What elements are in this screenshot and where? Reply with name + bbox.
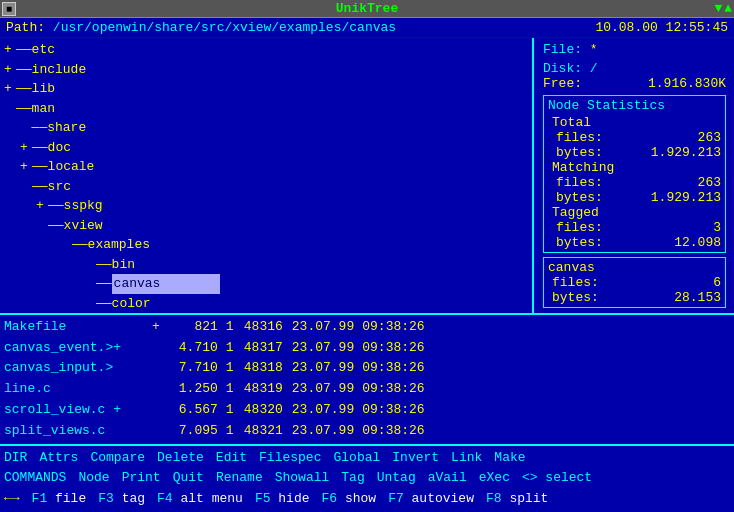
app-title: UnikTree <box>336 1 398 16</box>
matching-bytes-label: bytes: <box>556 190 603 205</box>
canvas-files-value: 6 <box>713 275 721 290</box>
menu-attrs[interactable]: Attrs <box>39 448 78 469</box>
fkey-f4: F4 alt menu <box>157 489 243 510</box>
win-controls-right[interactable]: ▼ ▲ <box>714 1 732 16</box>
total-files-label: files: <box>556 130 603 145</box>
win-control-icon[interactable]: ■ <box>2 2 16 16</box>
total-label: Total <box>552 115 591 130</box>
tree-item[interactable]: + —— locale <box>4 157 528 177</box>
total-bytes-label: bytes: <box>556 145 603 160</box>
tagged-bytes-value: 12.098 <box>674 235 721 250</box>
fkey-f1: F1 file <box>32 489 87 510</box>
menu-global[interactable]: Global <box>333 448 380 469</box>
menu-dir[interactable]: DIR <box>4 448 27 469</box>
tagged-files-label: files: <box>556 220 603 235</box>
menu-quit[interactable]: Quit <box>173 468 204 489</box>
menu-link[interactable]: Link <box>451 448 482 469</box>
path-value: /usr/openwin/share/src/xview/examples/ca… <box>53 20 396 35</box>
disk-free-value: 1.916.830K <box>648 76 726 91</box>
datetime: 10.08.00 12:55:45 <box>595 20 728 35</box>
path-text: Path: /usr/openwin/share/src/xview/examp… <box>6 20 396 35</box>
tree-expand: + <box>4 40 14 60</box>
win-minimize-icon[interactable]: ▼ <box>714 1 722 16</box>
app: ■ UnikTree ▼ ▲ Path: /usr/openwin/share/… <box>0 0 734 512</box>
menu-node[interactable]: Node <box>78 468 109 489</box>
tree-expand: + <box>36 196 46 216</box>
canvas-stats-section: canvas files: 6 bytes: 28.153 <box>543 257 726 308</box>
title-bar: ■ UnikTree ▼ ▲ <box>0 0 734 18</box>
menu-row-3: ←→ F1 file F3 tag F4 alt menu F5 hide F6… <box>4 489 730 510</box>
menu-row-2: COMMANDS Node Print Quit Rename Showall … <box>4 468 730 489</box>
tree-item[interactable]: —— bin <box>4 255 528 275</box>
node-stats-section: Node Statistics Total files: 263 bytes: … <box>543 95 726 253</box>
menu-row-1: DIR Attrs Compare Delete Edit Filespec G… <box>4 448 730 469</box>
menu-showall[interactable]: Showall <box>275 468 330 489</box>
tagged-files-value: 3 <box>713 220 721 235</box>
file-row[interactable]: canvas_event.>+ 4.710 1 48317 23.07.99 0… <box>4 338 730 359</box>
file-tree: + —— etc + —— include + —— lib —— man <box>0 38 534 313</box>
tree-expand: + <box>20 138 30 158</box>
win-controls-left[interactable]: ■ <box>2 2 16 16</box>
canvas-bytes-value: 28.153 <box>674 290 721 305</box>
fkey-f8: F8 split <box>486 489 548 510</box>
file-list: Makefile + 821 1 48316 23.07.99 09:38:26… <box>0 313 734 444</box>
menu-delete[interactable]: Delete <box>157 448 204 469</box>
menu-exec[interactable]: eXec <box>479 468 510 489</box>
path-bar: Path: /usr/openwin/share/src/xview/examp… <box>0 18 734 38</box>
menu-filespec[interactable]: Filespec <box>259 448 321 469</box>
stats-panel: File: * Disk: / Free: 1.916.830K Node St… <box>534 38 734 313</box>
tree-item[interactable]: —— src <box>4 177 528 197</box>
menu-rename[interactable]: Rename <box>216 468 263 489</box>
tagged-bytes-label: bytes: <box>556 235 603 250</box>
matching-files-value: 263 <box>698 175 721 190</box>
bottom-menus: DIR Attrs Compare Delete Edit Filespec G… <box>0 444 734 512</box>
arrow-keys: ←→ <box>4 489 20 510</box>
disk-free-label: Free: <box>543 76 582 91</box>
matching-files-label: files: <box>556 175 603 190</box>
menu-avail[interactable]: aVail <box>428 468 467 489</box>
total-files-value: 263 <box>698 130 721 145</box>
menu-make[interactable]: Make <box>494 448 525 469</box>
tree-item-canvas[interactable]: —— canvas <box>4 274 528 294</box>
tree-item[interactable]: + —— sspkg <box>4 196 528 216</box>
canvas-name: canvas <box>548 260 721 275</box>
file-row[interactable]: Makefile + 821 1 48316 23.07.99 09:38:26 <box>4 317 730 338</box>
file-row[interactable]: split_views.c 7.095 1 48321 23.07.99 09:… <box>4 421 730 442</box>
tree-item[interactable]: + —— doc <box>4 138 528 158</box>
tree-item[interactable]: —— man <box>4 99 528 119</box>
tagged-label: Tagged <box>552 205 599 220</box>
file-row[interactable]: line.c 1.250 1 48319 23.07.99 09:38:26 <box>4 379 730 400</box>
menu-edit[interactable]: Edit <box>216 448 247 469</box>
win-maximize-icon[interactable]: ▲ <box>724 1 732 16</box>
disk-section: Disk: / Free: 1.916.830K <box>543 61 726 91</box>
fkey-f7: F7 autoview <box>388 489 474 510</box>
tree-item[interactable]: + —— lib <box>4 79 528 99</box>
tree-item[interactable]: —— examples <box>4 235 528 255</box>
file-row[interactable]: canvas_input.> 7.710 1 48318 23.07.99 09… <box>4 358 730 379</box>
node-stats-header: Node Statistics <box>548 98 721 113</box>
menu-tag[interactable]: Tag <box>341 468 364 489</box>
canvas-bytes-label: bytes: <box>552 290 599 305</box>
disk-label: Disk: / <box>543 61 598 76</box>
tree-item[interactable]: —— share <box>4 118 528 138</box>
file-row[interactable]: scroll_view.c + 6.567 1 48320 23.07.99 0… <box>4 400 730 421</box>
tree-item[interactable]: —— color <box>4 294 528 313</box>
tree-item[interactable]: + —— include <box>4 60 528 80</box>
main-area: + —— etc + —— include + —— lib —— man <box>0 38 734 313</box>
menu-print[interactable]: Print <box>122 468 161 489</box>
menu-commands[interactable]: COMMANDS <box>4 468 66 489</box>
menu-compare[interactable]: Compare <box>90 448 145 469</box>
path-label: Path: <box>6 20 45 35</box>
total-bytes-value: 1.929.213 <box>651 145 721 160</box>
tree-expand: + <box>4 60 14 80</box>
menu-select[interactable]: <> select <box>522 468 592 489</box>
filespec-label: File: <box>543 42 590 57</box>
tree-item[interactable]: —— xview <box>4 216 528 236</box>
matching-bytes-value: 1.929.213 <box>651 190 721 205</box>
fkey-f3: F3 tag <box>98 489 145 510</box>
menu-invert[interactable]: Invert <box>392 448 439 469</box>
filespec-section: File: * <box>543 42 726 57</box>
tree-item[interactable]: + —— etc <box>4 40 528 60</box>
fkey-f5: F5 hide <box>255 489 310 510</box>
menu-untag[interactable]: Untag <box>377 468 416 489</box>
